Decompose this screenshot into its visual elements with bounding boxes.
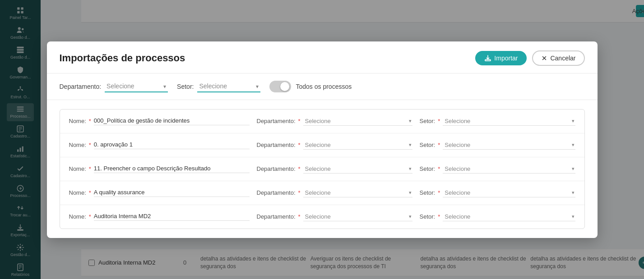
process-name: Auditoria Interna MD2 (94, 213, 250, 221)
dept-group: Departamento: * Selecione (257, 141, 412, 150)
dept-required: * (298, 142, 301, 148)
process-name: 11. Preencher o campo Descrição Resultad… (94, 165, 250, 173)
process-item: Nome: * Auditoria Interna MD2 Departamen… (60, 205, 584, 229)
nome-label: Nome: (69, 165, 86, 172)
nome-label: Nome: (69, 142, 86, 148)
dept-label: Departamento: (257, 213, 296, 220)
department-select[interactable]: Selecione (105, 81, 168, 92)
sector-select-wrapper: Selecione (443, 165, 575, 174)
process-dept-select[interactable]: Selecione (303, 212, 412, 221)
sector-group: Setor: * Selecione (420, 188, 575, 197)
modal-title: Importações de processos (60, 52, 185, 64)
sector-label: Setor: (420, 118, 436, 124)
all-processes-toggle[interactable] (269, 81, 291, 92)
dept-required: * (298, 189, 301, 196)
process-list: Nome: * 000_Política de gestão de incide… (60, 109, 585, 229)
required-star: * (89, 165, 91, 172)
process-name: A quality assurance (94, 189, 250, 197)
nome-label: Nome: (69, 189, 86, 196)
sector-label: Setor: (420, 189, 436, 196)
modal-header-actions: Importar Cancelar (475, 50, 584, 66)
process-sector-select[interactable]: Selecione (443, 141, 575, 150)
required-star: * (89, 213, 91, 220)
process-dept-select[interactable]: Selecione (303, 165, 412, 174)
sector-label: Setor: (420, 165, 436, 172)
sector-select-wrapper: Selecione (443, 212, 575, 221)
process-item: Nome: * 000_Política de gestão de incide… (60, 110, 584, 133)
process-sector-select[interactable]: Selecione (443, 165, 575, 174)
process-item: Nome: * 11. Preencher o campo Descrição … (60, 157, 584, 181)
dept-label: Departamento: (257, 118, 296, 124)
sector-select-wrapper: Selecione (443, 141, 575, 150)
sector-select-wrapper: Selecione (197, 81, 260, 92)
dept-group: Departamento: * Selecione (257, 117, 412, 126)
process-dept-select[interactable]: Selecione (303, 117, 412, 126)
sector-required: * (438, 213, 440, 220)
all-processes-label: Todos os processos (296, 83, 352, 90)
dept-required: * (298, 118, 301, 124)
required-star: * (89, 118, 91, 124)
process-name: 0. aprovação 1 (94, 141, 250, 149)
sector-label: Setor: (420, 142, 436, 148)
sector-group: Setor: * Selecione (420, 212, 575, 221)
department-select-wrapper: Selecione (105, 81, 168, 92)
sector-required: * (438, 142, 440, 148)
dept-select-wrapper: Selecione (303, 141, 412, 150)
department-filter: Departamento: Selecione (60, 81, 168, 92)
dept-label: Departamento: (257, 142, 296, 148)
name-group: Nome: * A quality assurance (69, 189, 250, 197)
sector-required: * (438, 118, 440, 124)
department-filter-label: Departamento: (60, 83, 102, 90)
sector-select-wrapper: Selecione (443, 117, 575, 126)
name-group: Nome: * 000_Política de gestão de incide… (69, 117, 250, 125)
process-sector-select[interactable]: Selecione (443, 212, 575, 221)
process-item: Nome: * 0. aprovação 1 Departamento: * S… (60, 133, 584, 157)
sector-required: * (438, 189, 440, 196)
sector-label: Setor: (420, 213, 436, 220)
name-group: Nome: * 11. Preencher o campo Descrição … (69, 165, 250, 173)
sector-filter-label: Setor: (177, 83, 194, 90)
dept-select-wrapper: Selecione (303, 188, 412, 197)
dept-select-wrapper: Selecione (303, 117, 412, 126)
modal-overlay: Importações de processos Importar Cancel… (0, 0, 644, 279)
import-button[interactable]: Importar (475, 51, 527, 65)
sector-group: Setor: * Selecione (420, 117, 575, 126)
dept-label: Departamento: (257, 165, 296, 172)
process-sector-select[interactable]: Selecione (443, 117, 575, 126)
dept-select-wrapper: Selecione (303, 212, 412, 221)
required-star: * (89, 142, 91, 148)
dept-label: Departamento: (257, 189, 296, 196)
sector-group: Setor: * Selecione (420, 165, 575, 174)
nome-label: Nome: (69, 213, 86, 220)
sector-select[interactable]: Selecione (197, 81, 260, 92)
dept-required: * (298, 213, 301, 220)
dept-required: * (298, 165, 301, 172)
process-dept-select[interactable]: Selecione (303, 188, 412, 197)
modal-filters: Departamento: Selecione Setor: Selecione… (47, 73, 598, 100)
required-star: * (89, 189, 91, 196)
process-sector-select[interactable]: Selecione (443, 188, 575, 197)
cancel-button[interactable]: Cancelar (532, 50, 584, 66)
sector-select-wrapper: Selecione (443, 188, 575, 197)
dept-group: Departamento: * Selecione (257, 212, 412, 221)
sector-required: * (438, 165, 440, 172)
modal-header: Importações de processos Importar Cancel… (47, 41, 598, 73)
process-dept-select[interactable]: Selecione (303, 141, 412, 150)
all-processes-toggle-wrapper: Todos os processos (269, 81, 352, 92)
name-group: Nome: * 0. aprovação 1 (69, 141, 250, 149)
dept-select-wrapper: Selecione (303, 165, 412, 174)
sector-group: Setor: * Selecione (420, 141, 575, 150)
process-name: 000_Política de gestão de incidentes (94, 117, 250, 125)
x-icon (541, 55, 547, 61)
sector-filter: Setor: Selecione (177, 81, 260, 92)
import-icon (484, 55, 491, 62)
dept-group: Departamento: * Selecione (257, 165, 412, 174)
process-item: Nome: * A quality assurance Departamento… (60, 181, 584, 205)
nome-label: Nome: (69, 118, 86, 124)
dept-group: Departamento: * Selecione (257, 188, 412, 197)
import-modal: Importações de processos Importar Cancel… (47, 41, 598, 238)
modal-content: Nome: * 000_Política de gestão de incide… (47, 100, 598, 238)
name-group: Nome: * Auditoria Interna MD2 (69, 213, 250, 221)
svg-rect-29 (485, 59, 491, 61)
